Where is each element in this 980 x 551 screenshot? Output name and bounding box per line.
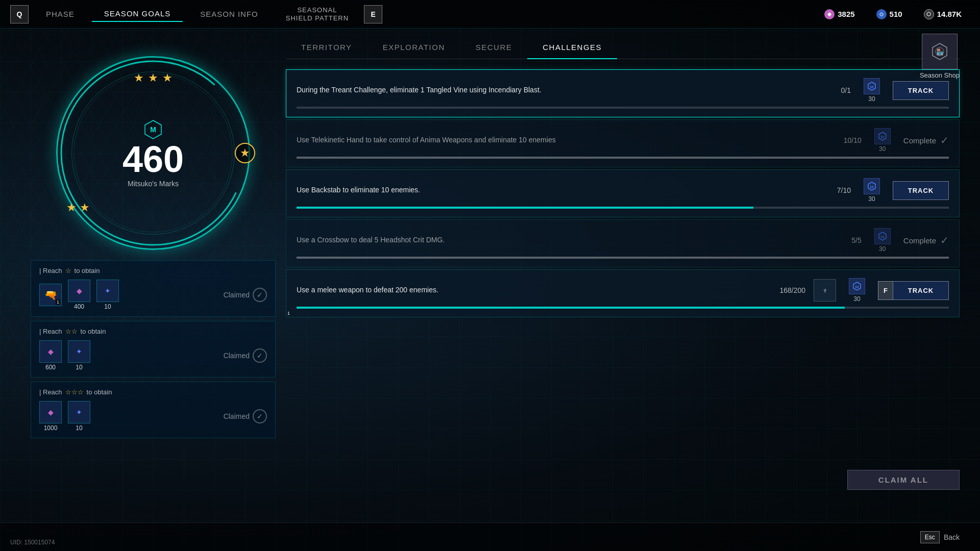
currency-pink-icon: ◆ bbox=[824, 9, 835, 19]
bottom-bar: Esc Back bbox=[0, 522, 980, 551]
challenge-1-track-button[interactable]: TRACK bbox=[893, 81, 949, 100]
challenge-3-currency-val: 30 bbox=[868, 195, 875, 203]
season-shop-button[interactable]: 🏪 Season Shop bbox=[920, 34, 960, 80]
esc-key[interactable]: Esc bbox=[920, 531, 940, 543]
challenge-2-top: Use Telekinetic Hand to take control of … bbox=[297, 128, 949, 153]
challenge-5-progress-bar bbox=[297, 307, 949, 309]
challenge-card-5: Use a melee weapon to defeat 200 enemies… bbox=[286, 269, 960, 317]
tab-season-info[interactable]: SEASON INFO bbox=[188, 7, 271, 21]
reward-tier-3-header-text: | Reach bbox=[39, 388, 62, 396]
challenge-3-text: Use Backstab to eliminate 10 enemies. bbox=[297, 185, 812, 195]
currency-white-icon: ⬡ bbox=[924, 9, 934, 19]
reward-tier-3-items: ◆ 1000 ✦ 10 Claimed ✓ bbox=[39, 401, 267, 432]
reward-marks-600-count: 600 bbox=[45, 364, 56, 371]
challenge-3-progress: 7/10 bbox=[820, 186, 851, 194]
challenge-4-progress-fill bbox=[297, 257, 949, 259]
e-key-button[interactable]: E bbox=[364, 5, 382, 23]
tab-seasonal-shield[interactable]: SEASONAL SHIELD PATTERN bbox=[276, 6, 359, 22]
reward-tier-2-header-text: | Reach bbox=[39, 328, 62, 335]
tab-exploration[interactable]: EXPLORATION bbox=[368, 36, 460, 59]
svg-text:M: M bbox=[870, 185, 874, 189]
seasonal-label-2: SHIELD PATTERN bbox=[286, 14, 349, 22]
tab-challenges[interactable]: CHALLENGES bbox=[527, 36, 617, 59]
back-label: Back bbox=[944, 533, 960, 541]
rewards-section: | Reach ☆ to obtain 🔫 1 ◆ 400 ✦ 10 bbox=[31, 260, 276, 442]
svg-text:M: M bbox=[880, 135, 884, 139]
challenge-4-currency-val: 30 bbox=[879, 245, 886, 253]
q-key-button[interactable]: Q bbox=[10, 5, 29, 23]
reward-tier-1-items: 🔫 1 ◆ 400 ✦ 10 Claimed ✓ bbox=[39, 280, 267, 310]
tab-territory[interactable]: TERRITORY bbox=[286, 36, 368, 59]
challenge-3-progress-fill bbox=[297, 207, 753, 209]
reward-tier-3: | Reach ☆☆☆ to obtain ◆ 1000 ✦ 10 Claime… bbox=[31, 382, 276, 438]
reward-item-tokens-10c: ✦ 10 bbox=[68, 401, 90, 432]
seasonal-label-1: SEASONAL bbox=[297, 6, 337, 14]
challenge-3-track-button[interactable]: TRACK bbox=[893, 181, 949, 200]
reward-tier-1-header-text: | Reach bbox=[39, 267, 62, 274]
tier3-stars: ☆☆☆ bbox=[65, 388, 84, 396]
tab-secure[interactable]: SECURE bbox=[460, 36, 528, 59]
svg-text:M: M bbox=[870, 85, 874, 89]
challenge-2-progress-fill bbox=[297, 157, 949, 159]
marks-circle: ★ ★ ★ M 460 Mitsuko's Marks ★ ★ ★ bbox=[56, 56, 250, 250]
svg-text:M: M bbox=[855, 285, 859, 289]
tier1-star: ☆ bbox=[65, 267, 71, 274]
tier1-obtain: to obtain bbox=[75, 267, 100, 274]
player-logo: M bbox=[142, 118, 164, 141]
reward-marks-1000-icon: ◆ bbox=[39, 401, 62, 423]
challenge-card-1: During the Treant Challenge, eliminate 1… bbox=[286, 69, 960, 117]
challenge-5-track-button[interactable]: TRACK bbox=[893, 281, 949, 300]
top-navigation: Q PHASE SEASON GOALS SEASON INFO SEASONA… bbox=[0, 0, 980, 29]
challenge-4-text: Use a Crossbow to deal 5 Headshot Crit D… bbox=[297, 235, 823, 245]
reward-item-marks-400: ◆ 400 bbox=[68, 280, 90, 310]
left-panel: ★ ★ ★ M 460 Mitsuko's Marks ★ ★ ★ bbox=[26, 36, 281, 442]
challenge-4-progress-bar bbox=[297, 257, 949, 259]
challenge-5-f-key: F bbox=[878, 281, 893, 300]
challenge-1-progress: 0/1 bbox=[820, 86, 851, 94]
challenge-4-complete-check: ✓ bbox=[940, 234, 949, 246]
currency-blue: ◇ 510 bbox=[868, 9, 911, 19]
circle-content: M 460 Mitsuko's Marks bbox=[56, 56, 250, 250]
challenge-2-progress: 10/10 bbox=[831, 136, 862, 144]
challenge-1-text: During the Treant Challenge, eliminate 1… bbox=[297, 85, 812, 95]
reward-tokens-10b-icon: ✦ bbox=[68, 340, 90, 363]
challenge-5-track-container: F TRACK bbox=[878, 281, 949, 300]
reward-marks-400-icon: ◆ bbox=[68, 280, 90, 302]
right-panel: TERRITORY EXPLORATION SECURE CHALLENGES … bbox=[286, 36, 960, 520]
challenge-2-currency-val: 30 bbox=[879, 145, 886, 153]
tier-1-claimed-text: Claimed bbox=[224, 291, 250, 299]
reward-tier-1: | Reach ☆ to obtain 🔫 1 ◆ 400 ✦ 10 bbox=[31, 260, 276, 317]
reward-marks-400-count: 400 bbox=[74, 303, 84, 310]
reward-marks-1000-count: 1000 bbox=[44, 424, 58, 432]
reward-tokens-10c-icon: ✦ bbox=[68, 401, 90, 423]
reward-item-tokens-10: ✦ 10 bbox=[96, 280, 119, 310]
marks-value: 460 bbox=[122, 141, 184, 178]
challenge-5-progress: 168/200 bbox=[775, 286, 805, 294]
challenge-4-progress: 5/5 bbox=[831, 236, 862, 244]
reward-tokens-10-count: 10 bbox=[104, 303, 111, 310]
challenge-4-complete-text: Complete bbox=[903, 236, 936, 245]
tier-2-check: ✓ bbox=[253, 348, 267, 363]
tier2-obtain: to obtain bbox=[81, 328, 106, 335]
tier-1-check: ✓ bbox=[253, 288, 267, 302]
challenge-2-complete-check: ✓ bbox=[940, 134, 949, 146]
tab-phase[interactable]: PHASE bbox=[34, 7, 87, 21]
claim-all-container: CLAIM ALL bbox=[847, 470, 960, 490]
challenge-3-currency-icon: M bbox=[864, 178, 880, 194]
challenge-1-currency: M 30 bbox=[859, 78, 885, 103]
challenge-4-complete-badge: Complete ✓ bbox=[903, 234, 949, 246]
reward-tokens-10b-count: 10 bbox=[76, 364, 82, 371]
svg-text:M: M bbox=[150, 126, 156, 134]
stars-bottom-left: ★ ★ bbox=[66, 201, 90, 214]
challenge-5-char-thumb: 🗡 1 bbox=[814, 279, 836, 302]
claim-all-button[interactable]: CLAIM ALL bbox=[847, 470, 960, 490]
svg-text:M: M bbox=[880, 235, 884, 239]
marks-label: Mitsuko's Marks bbox=[128, 180, 179, 188]
svg-text:🏪: 🏪 bbox=[936, 48, 943, 56]
tier-3-claimed: Claimed ✓ bbox=[224, 409, 267, 423]
back-button[interactable]: Esc Back bbox=[920, 531, 960, 543]
currency-blue-value: 510 bbox=[890, 10, 902, 18]
tab-season-goals[interactable]: SEASON GOALS bbox=[92, 6, 183, 22]
challenge-5-top: Use a melee weapon to defeat 200 enemies… bbox=[297, 278, 949, 303]
uid-label: UID: 150015074 bbox=[10, 539, 55, 546]
